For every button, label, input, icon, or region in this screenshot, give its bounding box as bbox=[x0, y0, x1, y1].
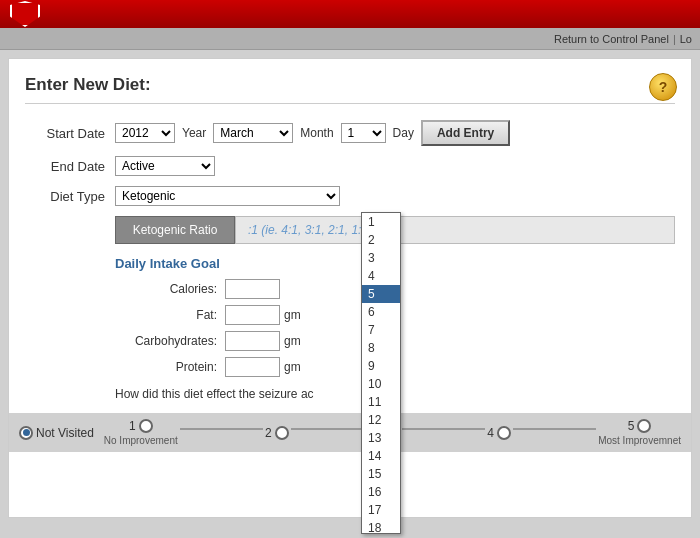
end-date-select[interactable]: Active End Date bbox=[115, 156, 215, 176]
dropdown-item-5[interactable]: 5 bbox=[362, 285, 400, 303]
top-bar bbox=[0, 0, 700, 28]
ratio-input-area[interactable]: :1 (ie. 4:1, 3:1, 2:1, 1:1) bbox=[235, 216, 675, 244]
scale-line-4-5 bbox=[513, 428, 596, 430]
return-to-control-panel-link[interactable]: Return to Control Panel bbox=[554, 33, 669, 45]
scale-label-5: Most Improvemnet bbox=[598, 435, 681, 446]
dropdown-item-2[interactable]: 2 bbox=[362, 231, 400, 249]
main-content: Enter New Diet: ? Start Date 2012 Year M… bbox=[8, 58, 692, 518]
month-select[interactable]: March bbox=[213, 123, 293, 143]
not-visited-option[interactable]: Not Visited bbox=[19, 426, 94, 440]
scale-num-5: 5 bbox=[628, 419, 635, 433]
dropdown-item-17[interactable]: 17 bbox=[362, 501, 400, 519]
dropdown-item-18[interactable]: 18 bbox=[362, 519, 400, 533]
scale-num-2: 2 bbox=[265, 426, 272, 440]
add-entry-button[interactable]: Add Entry bbox=[421, 120, 510, 146]
scale-num-4: 4 bbox=[487, 426, 494, 440]
scale-label-1: No Improvement bbox=[104, 435, 178, 446]
logo-shield bbox=[10, 1, 40, 27]
dropdown-item-11[interactable]: 11 bbox=[362, 393, 400, 411]
end-date-label: End Date bbox=[25, 159, 115, 174]
year-select[interactable]: 2012 bbox=[115, 123, 175, 143]
logout-link[interactable]: Lo bbox=[680, 33, 692, 45]
end-date-controls: Active End Date bbox=[115, 156, 215, 176]
nav-bar: Return to Control Panel | Lo bbox=[0, 28, 700, 50]
dropdown-item-12[interactable]: 12 bbox=[362, 411, 400, 429]
calories-label: Calories: bbox=[115, 282, 225, 296]
dropdown-item-10[interactable]: 10 bbox=[362, 375, 400, 393]
dropdown-item-16[interactable]: 16 bbox=[362, 483, 400, 501]
start-date-row: Start Date 2012 Year March Month 1 Day A… bbox=[25, 120, 675, 146]
dropdown-item-8[interactable]: 8 bbox=[362, 339, 400, 357]
dropdown-item-1[interactable]: 1 bbox=[362, 213, 400, 231]
not-visited-label: Not Visited bbox=[36, 426, 94, 440]
dropdown-item-4[interactable]: 4 bbox=[362, 267, 400, 285]
diet-type-row: Diet Type Ketogenic Modified Atkins Low … bbox=[25, 186, 675, 206]
scale-radio-2[interactable] bbox=[275, 426, 289, 440]
carbs-unit: gm bbox=[284, 334, 301, 348]
dropdown-item-3[interactable]: 3 bbox=[362, 249, 400, 267]
protein-label: Protein: bbox=[115, 360, 225, 374]
dropdown-item-9[interactable]: 9 bbox=[362, 357, 400, 375]
not-visited-radio[interactable] bbox=[19, 426, 33, 440]
scale-line-1-2 bbox=[180, 428, 263, 430]
day-dropdown-scroll[interactable]: 1 2 3 4 5 6 7 8 9 10 11 12 13 14 15 16 1… bbox=[362, 213, 400, 533]
help-icon[interactable]: ? bbox=[649, 73, 677, 101]
diet-type-select[interactable]: Ketogenic Modified Atkins Low Glycemic I… bbox=[115, 186, 340, 206]
fat-input[interactable] bbox=[225, 305, 280, 325]
protein-input[interactable] bbox=[225, 357, 280, 377]
month-label: Month bbox=[300, 126, 333, 140]
rating-row: Not Visited 1 No Improvement 2 bbox=[9, 413, 691, 452]
scale-point-5[interactable]: 5 Most Improvemnet bbox=[598, 419, 681, 446]
day-select[interactable]: 1 bbox=[341, 123, 386, 143]
dropdown-item-6[interactable]: 6 bbox=[362, 303, 400, 321]
scale-line-3-4 bbox=[402, 428, 485, 430]
day-label: Day bbox=[393, 126, 414, 140]
year-label: Year bbox=[182, 126, 206, 140]
scale-point-2[interactable]: 2 bbox=[265, 426, 289, 440]
end-date-row: End Date Active End Date bbox=[25, 156, 675, 176]
scale-point-1[interactable]: 1 No Improvement bbox=[104, 419, 178, 446]
scale-radio-1[interactable] bbox=[139, 419, 153, 433]
start-date-label: Start Date bbox=[25, 126, 115, 141]
carbs-input[interactable] bbox=[225, 331, 280, 351]
calories-input[interactable] bbox=[225, 279, 280, 299]
scale-num-1: 1 bbox=[129, 419, 136, 433]
start-date-controls: 2012 Year March Month 1 Day Add Entry bbox=[115, 120, 510, 146]
dropdown-item-7[interactable]: 7 bbox=[362, 321, 400, 339]
dropdown-item-14[interactable]: 14 bbox=[362, 447, 400, 465]
nav-separator: | bbox=[673, 33, 676, 45]
scale-radio-5[interactable] bbox=[637, 419, 651, 433]
carbs-label: Carbohydrates: bbox=[115, 334, 225, 348]
dropdown-item-13[interactable]: 13 bbox=[362, 429, 400, 447]
scale-point-4[interactable]: 4 bbox=[487, 426, 511, 440]
fat-unit: gm bbox=[284, 308, 301, 322]
protein-unit: gm bbox=[284, 360, 301, 374]
diet-type-controls: Ketogenic Modified Atkins Low Glycemic I… bbox=[115, 186, 340, 206]
dropdown-item-15[interactable]: 15 bbox=[362, 465, 400, 483]
page-title: Enter New Diet: bbox=[25, 75, 675, 104]
diet-type-label: Diet Type bbox=[25, 189, 115, 204]
fat-label: Fat: bbox=[115, 308, 225, 322]
day-dropdown-overlay[interactable]: 1 2 3 4 5 6 7 8 9 10 11 12 13 14 15 16 1… bbox=[361, 212, 401, 534]
ketogenic-ratio-button[interactable]: Ketogenic Ratio bbox=[115, 216, 235, 244]
scale-radio-4[interactable] bbox=[497, 426, 511, 440]
